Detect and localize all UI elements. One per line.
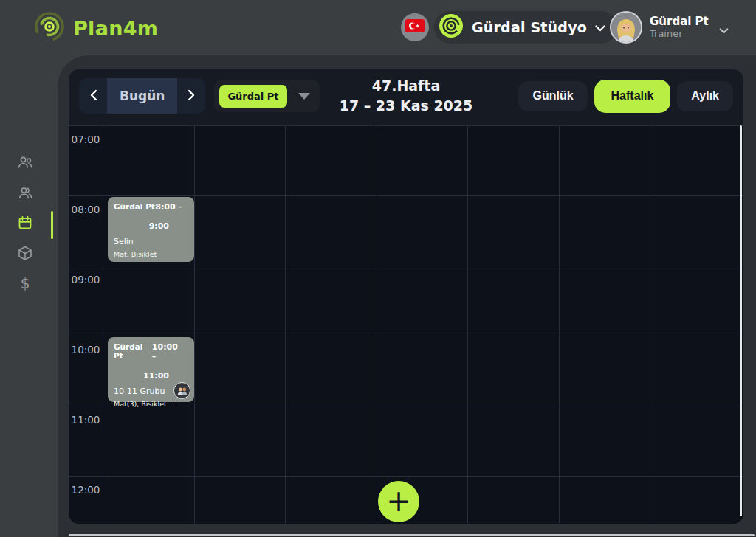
date-nav-group: Bugün: [79, 78, 205, 114]
week-grid[interactable]: Gürdal Pt 8:00 – 9:00 Selin Mat, Bisikle…: [69, 125, 743, 524]
add-event-button[interactable]: +: [378, 481, 419, 522]
trainer-filter-value: Gürdal Pt: [219, 85, 286, 108]
event-trainer: Gürdal Pt: [114, 202, 155, 211]
grid-column-line: [467, 125, 468, 524]
sidebar-item-payments[interactable]: $: [17, 275, 33, 291]
event-trainer: Gürdal Pt: [114, 342, 152, 360]
active-nav-indicator: [51, 211, 53, 239]
caret-down-icon: [298, 93, 310, 100]
chevron-down-icon: [595, 21, 605, 35]
time-label: 10:00: [69, 344, 103, 356]
grid-column-line: [650, 125, 650, 524]
view-weekly-button[interactable]: Haftalık: [594, 80, 671, 113]
studio-name: Gürdal Stüdyo: [472, 19, 587, 35]
time-label: 08:00: [69, 204, 103, 215]
grid-column-line: [285, 125, 286, 524]
grid-row-line: [69, 266, 743, 266]
time-label: 11:00: [69, 414, 103, 426]
grid-row-line: [69, 476, 743, 477]
prev-week-button[interactable]: [79, 78, 107, 114]
chevron-right-icon: [188, 89, 196, 103]
chevron-left-icon: [89, 89, 97, 103]
calendar-icon: [17, 220, 33, 234]
view-daily-button[interactable]: Günlük: [518, 81, 587, 111]
brand-logo: Plan4m: [32, 10, 158, 46]
turkey-flag-icon: [405, 19, 425, 35]
event-end-time: 9:00: [114, 221, 188, 231]
user-menu[interactable]: Gürdal Pt Trainer: [610, 11, 729, 44]
package-icon: [17, 250, 33, 264]
horizontal-scrollbar[interactable]: [69, 534, 755, 536]
grid-row-line: [69, 125, 743, 126]
event-activities: Mat(3), Bisiklet…: [114, 400, 188, 408]
grid-column-line: [377, 125, 377, 524]
grid-row-line: [69, 336, 743, 336]
sidebar-item-calendar[interactable]: [17, 215, 33, 231]
calendar-toolbar: Bugün Gürdal Pt 47.Hafta 17 – 23 Kas 202…: [69, 69, 743, 122]
vertical-scrollbar[interactable]: [740, 125, 742, 516]
calendar-card: Bugün Gürdal Pt 47.Hafta 17 – 23 Kas 202…: [69, 69, 743, 524]
today-button[interactable]: Bugün: [107, 78, 177, 114]
view-switcher: Günlük Haftalık Aylık: [518, 80, 733, 113]
main-content-panel: Bugün Gürdal Pt 47.Hafta 17 – 23 Kas 202…: [58, 55, 756, 537]
event-activities: Mat, Bisiklet: [114, 250, 188, 258]
grid-column-line: [194, 125, 195, 524]
event-start-time: 8:00 –: [155, 202, 182, 212]
sidebar-item-trainers[interactable]: [17, 154, 33, 170]
language-selector[interactable]: [401, 13, 429, 41]
time-label: 09:00: [69, 274, 103, 285]
calendar-event[interactable]: Gürdal Pt 10:00 – 11:00 10-11 Grubu Mat(…: [108, 337, 194, 402]
users-icon: [17, 159, 33, 173]
grid-column-line: [559, 125, 560, 524]
sidebar: $: [0, 55, 58, 537]
event-client: Selin: [114, 237, 188, 246]
time-label: 07:00: [69, 134, 103, 145]
view-monthly-button[interactable]: Aylık: [677, 81, 733, 111]
plan4m-spiral-icon: [32, 10, 66, 46]
event-end-time: 11:00: [114, 371, 188, 381]
chevron-down-icon: [719, 23, 729, 37]
group-avatar: [173, 382, 190, 399]
user-name: Gürdal Pt: [650, 15, 709, 29]
studio-spiral-icon: [439, 13, 464, 41]
sidebar-item-packages[interactable]: [17, 245, 33, 261]
calendar-event[interactable]: Gürdal Pt 8:00 – 9:00 Selin Mat, Bisikle…: [108, 197, 194, 262]
user-group-icon: [17, 190, 33, 204]
brand-name: Plan4m: [73, 17, 158, 40]
app-header: Plan4m Gürdal Stüdyo: [0, 0, 756, 55]
user-role: Trainer: [650, 28, 709, 40]
grid-row-line: [69, 195, 743, 196]
next-week-button[interactable]: [177, 78, 205, 114]
dollar-icon: $: [17, 275, 33, 291]
event-start-time: 10:00 –: [152, 342, 182, 361]
studio-switcher[interactable]: Gürdal Stüdyo: [434, 11, 617, 44]
grid-column-line: [103, 125, 103, 524]
time-label: 12:00: [69, 484, 103, 496]
trainer-filter-select[interactable]: Gürdal Pt: [214, 80, 319, 112]
woman-avatar: [610, 11, 642, 44]
sidebar-item-members[interactable]: [17, 184, 33, 201]
